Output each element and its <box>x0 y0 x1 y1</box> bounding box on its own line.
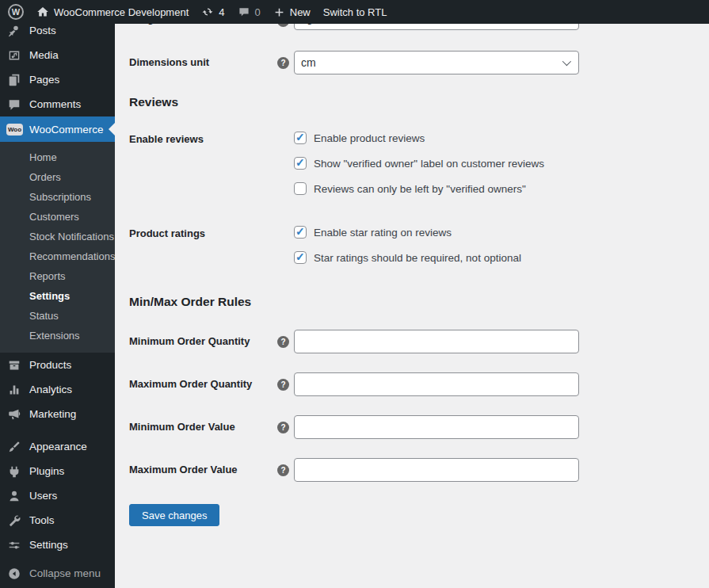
minimum-order-quantity-row: Minimum Order Quantity <box>129 330 693 353</box>
rtl-label: Switch to RTL <box>323 6 387 18</box>
submenu-item-settings[interactable]: Settings <box>0 286 115 306</box>
verified-owner-label-checkbox[interactable] <box>294 157 307 170</box>
sidebar-item-analytics[interactable]: Analytics <box>0 377 115 402</box>
sidebar-item-woocommerce[interactable]: Woo WooCommerce <box>0 116 115 142</box>
dimensions-unit-value: cm <box>301 56 316 69</box>
maximum-order-quantity-row: Maximum Order Quantity <box>129 372 693 396</box>
minimum-order-quantity-label: Minimum Order Quantity <box>129 335 277 348</box>
minmax-order-rules-heading: Min/Max Order Rules <box>129 295 251 309</box>
sidebar-item-appearance[interactable]: Appearance <box>0 434 115 459</box>
sidebar-item-settings-wp[interactable]: Settings <box>0 533 115 557</box>
comment-bubble-icon <box>238 6 250 18</box>
sidebar-item-posts[interactable]: Posts <box>0 24 115 43</box>
marketing-icon <box>7 407 21 422</box>
help-icon[interactable] <box>277 422 289 433</box>
help-icon[interactable] <box>277 336 289 348</box>
sidebar-item-pages[interactable]: Pages <box>0 67 115 92</box>
submenu-item-customers[interactable]: Customers <box>0 207 115 227</box>
dimensions-unit-select[interactable]: cm <box>294 51 579 74</box>
update-count: 4 <box>219 6 224 18</box>
submenu-item-status[interactable]: Status <box>0 306 115 326</box>
new-content-menu[interactable]: New <box>273 6 311 18</box>
enable-product-reviews-checkbox[interactable] <box>294 132 307 144</box>
sidebar-item-media[interactable]: Media <box>0 43 115 67</box>
sidebar-item-label: Media <box>29 49 59 61</box>
submenu-item-orders[interactable]: Orders <box>0 167 115 187</box>
enable-star-rating-checkbox[interactable] <box>294 226 307 239</box>
wordpress-logo-menu[interactable]: W <box>8 4 24 20</box>
collapse-menu-button[interactable]: Collapse menu <box>0 561 115 586</box>
weight-unit-select[interactable]: kg <box>294 24 579 30</box>
wordpress-admin-page: { "admin_bar": { "wp_logo_letter": "W", … <box>0 0 709 588</box>
submenu-item-home[interactable]: Home <box>0 147 115 167</box>
help-icon[interactable] <box>277 57 289 69</box>
maximum-order-quantity-label: Maximum Order Quantity <box>129 378 277 391</box>
checkbox-label[interactable]: Reviews can only be left by "verified ow… <box>314 183 526 195</box>
help-icon[interactable] <box>277 464 289 476</box>
sidebar-item-label: Marketing <box>29 408 76 420</box>
checkbox-row: Star ratings should be required, not opt… <box>294 251 521 264</box>
appearance-icon <box>7 440 21 454</box>
checkbox-label[interactable]: Show "verified owner" label on customer … <box>314 158 544 170</box>
help-icon[interactable] <box>277 379 289 391</box>
comment-count: 0 <box>255 6 261 18</box>
sidebar-item-products[interactable]: Products <box>0 353 115 377</box>
update-icon <box>201 6 214 18</box>
collapse-menu-label: Collapse menu <box>29 567 101 579</box>
checkbox-label[interactable]: Enable star rating on reviews <box>314 227 452 239</box>
maximum-order-value-input[interactable] <box>294 458 579 482</box>
submenu-item-extensions[interactable]: Extensions <box>0 326 115 346</box>
minimum-order-value-row: Minimum Order Value <box>129 415 693 439</box>
checkbox-row: Show "verified owner" label on customer … <box>294 157 544 170</box>
switch-to-rtl-link[interactable]: Switch to RTL <box>323 6 387 18</box>
tools-icon <box>7 514 21 528</box>
admin-sidebar: Posts Media Pages Comments Woo WooCommer… <box>0 24 115 588</box>
checkbox-label[interactable]: Enable product reviews <box>314 132 425 144</box>
sidebar-item-users[interactable]: Users <box>0 483 115 508</box>
maximum-order-value-row: Maximum Order Value <box>129 458 693 482</box>
woocommerce-icon: Woo <box>6 124 23 136</box>
site-link[interactable]: WooCommerce Development <box>36 6 189 18</box>
collapse-arrow-icon <box>7 567 21 581</box>
sidebar-item-label: Plugins <box>29 465 64 477</box>
dimensions-unit-row: Dimensions unit cm <box>129 51 693 74</box>
help-icon[interactable] <box>277 24 289 27</box>
comments-icon <box>7 97 21 112</box>
sidebar-item-label: Posts <box>29 25 56 36</box>
star-ratings-required-checkbox[interactable] <box>294 251 307 264</box>
save-changes-button[interactable]: Save changes <box>129 504 219 526</box>
sidebar-item-label: Users <box>29 490 57 502</box>
submenu-item-stock-notifications[interactable]: Stock Notifications <box>0 227 115 246</box>
settings-icon <box>7 538 21 552</box>
sidebar-item-label: Products <box>29 359 71 371</box>
pin-icon <box>7 24 21 38</box>
sidebar-item-tools[interactable]: Tools <box>0 508 115 533</box>
checkbox-row: Reviews can only be left by "verified ow… <box>294 182 526 195</box>
enable-reviews-label: Enable reviews <box>129 133 277 146</box>
home-icon <box>36 6 49 18</box>
maximum-order-quantity-input[interactable] <box>294 372 579 396</box>
sidebar-item-plugins[interactable]: Plugins <box>0 459 115 483</box>
submenu-item-reports[interactable]: Reports <box>0 266 115 286</box>
sidebar-item-marketing[interactable]: Marketing <box>0 402 115 426</box>
wordpress-logo-icon: W <box>8 4 24 20</box>
submenu-item-recommendations[interactable]: Recommendations <box>0 246 115 266</box>
sidebar-item-comments[interactable]: Comments <box>0 92 115 116</box>
sidebar-item-label: Settings <box>29 539 68 551</box>
comments-indicator[interactable]: 0 <box>238 6 261 18</box>
maximum-order-value-label: Maximum Order Value <box>129 464 277 476</box>
minimum-order-value-input[interactable] <box>294 415 579 439</box>
site-name: WooCommerce Development <box>54 6 189 18</box>
sidebar-item-label: Analytics <box>29 384 72 395</box>
media-icon <box>7 48 21 63</box>
sidebar-item-label: Appearance <box>29 441 87 452</box>
updates-indicator[interactable]: 4 <box>201 6 224 18</box>
minimum-order-quantity-input[interactable] <box>294 330 579 353</box>
verified-owners-only-checkbox[interactable] <box>294 182 307 195</box>
chevron-down-icon <box>562 57 571 66</box>
checkbox-label[interactable]: Star ratings should be required, not opt… <box>314 252 521 264</box>
sidebar-item-label: Tools <box>29 514 55 526</box>
weight-unit-value: kg <box>301 24 313 25</box>
sidebar-item-label: WooCommerce <box>29 124 104 136</box>
submenu-item-subscriptions[interactable]: Subscriptions <box>0 187 115 207</box>
